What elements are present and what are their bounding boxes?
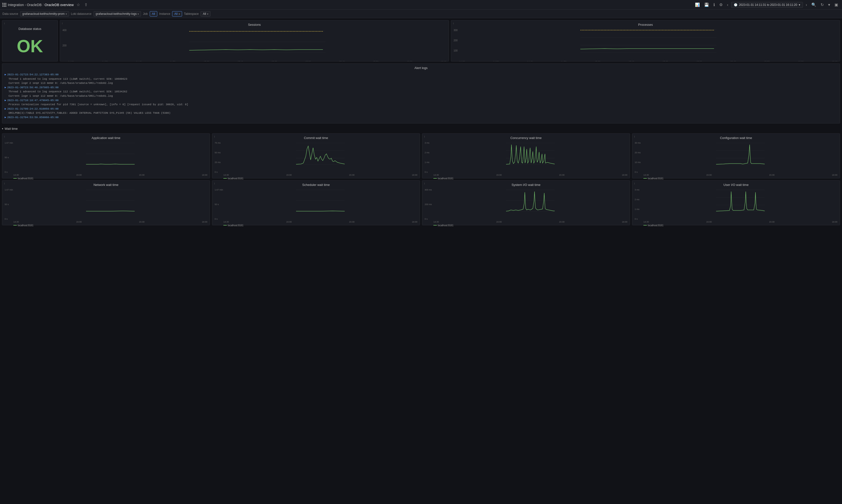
app-wait-x: 14:3015:0015:3016:00 (13, 174, 207, 176)
log-text-5: Thread 1 advanced to log sequence 112 (L… (8, 90, 127, 94)
log-expand-7[interactable]: ▶ (5, 98, 6, 103)
app-wait-info[interactable]: i (4, 135, 5, 138)
prev-btn[interactable]: ‹ (725, 2, 730, 8)
userio-wait-panel: i User I/O wait time 3 ms 2 ms 1 ms 0 s (632, 180, 840, 225)
commit-wait-label: localhost:9161 (228, 177, 244, 180)
log-text-6: Current log# 1 seq# 112 mem# 0: /u01/bas… (8, 94, 113, 98)
log-line-3: Current log# 2 seq# 113 mem# 0: /u01/bas… (5, 81, 837, 86)
scheduler-info[interactable]: i (214, 182, 215, 185)
sessions-x-12: 16:10 (441, 60, 446, 61)
instance-chip[interactable]: All ▾ (172, 11, 182, 17)
proc-y-100: 100 (453, 49, 458, 52)
alert-logs-info[interactable]: i (2, 1, 2, 4)
zoom-btn[interactable]: 🔍 (810, 1, 818, 8)
save-icon-btn[interactable]: 💾 (703, 1, 711, 8)
scheduler-label: localhost:9161 (228, 224, 244, 227)
data-source-chip[interactable]: grafanacloud-keithschmitty-prom ▾ (20, 11, 69, 17)
concurrency-title: Concurrency wait time (425, 136, 627, 140)
wait-time-section-header[interactable]: ▾ Wait time (2, 125, 840, 132)
sessions-x-4: 14:50 (170, 60, 176, 61)
sessions-y-200: 200 (62, 44, 67, 47)
conc-y2: 2 ms (425, 151, 430, 154)
log-line-9: ▶ 2023-01-31T09:24:22.010059-05:00 (5, 107, 837, 111)
main-content: i Database status OK i Sessions 400 200 (0, 18, 842, 229)
sessions-x-1: 14:20 (68, 60, 74, 61)
userio-info[interactable]: i (634, 182, 635, 185)
app-wait-chart (13, 142, 207, 166)
userio-y1: 3 ms (635, 188, 640, 191)
sessions-info[interactable]: i (62, 22, 62, 25)
sysio-title: System I/O wait time (425, 183, 627, 187)
processes-info[interactable]: i (453, 22, 453, 25)
graph-icon-btn[interactable]: 📊 (694, 1, 701, 8)
log-expand-4[interactable]: ▶ (5, 86, 6, 90)
instance-value: All (174, 12, 177, 16)
info-icon-btn[interactable]: ℹ (712, 1, 716, 8)
processes-chart (460, 29, 837, 55)
commit-wait-line (223, 178, 227, 179)
job-label: Job (143, 12, 147, 16)
log-line-5: Thread 1 advanced to log sequence 112 (L… (5, 90, 837, 94)
config-label: localhost:9161 (648, 177, 664, 180)
log-expand-11[interactable]: ▶ (5, 115, 6, 120)
app-wait-y3: 0 s (5, 171, 13, 173)
concurrency-info[interactable]: i (424, 135, 425, 138)
next-btn[interactable]: › (804, 2, 808, 8)
concurrency-chart (433, 142, 627, 166)
refresh-dropdown-btn[interactable]: ▾ (827, 1, 831, 8)
top-bar: Integration - OracleDB / OracleDB overvi… (0, 0, 842, 10)
log-expand-9[interactable]: ▶ (5, 107, 6, 111)
app-wait-y1: 1.67 min (5, 142, 13, 144)
log-line-4: ▶ 2023-01-30T23:58:46.297865-05:00 (5, 86, 837, 90)
net-y3: 0 s (5, 218, 13, 220)
refresh-btn[interactable]: ↻ (819, 1, 825, 8)
loki-datasource-chip[interactable]: grafanacloud-keithschmitty-logs ▾ (94, 11, 141, 17)
filter-bar: Data source grafanacloud-keithschmitty-p… (0, 10, 842, 18)
commit-wait-info[interactable]: i (214, 135, 215, 138)
share-button[interactable]: ⇧ (83, 1, 89, 8)
settings-icon-btn[interactable]: ⚙ (718, 1, 724, 8)
db-status-panel: i Database status OK (2, 20, 58, 61)
sessions-x-6: 15:10 (238, 60, 243, 61)
processes-x-axis: 14:20 14:30 14:40 14:50 15:00 15:10 15:2… (460, 60, 837, 61)
grid-icon[interactable] (2, 3, 6, 7)
sessions-x-5: 15:00 (204, 60, 209, 61)
star-button[interactable]: ☆ (75, 1, 82, 8)
instance-chevron: ▾ (179, 13, 180, 15)
wait-panels-row1: i Application wait time 1.67 min 50 s 0 … (2, 133, 840, 178)
userio-label: localhost:9161 (648, 224, 664, 227)
tablespace-chip[interactable]: All ▾ (200, 11, 210, 17)
sysio-info[interactable]: i (424, 182, 425, 185)
db-status-info[interactable]: i (4, 22, 5, 25)
sched-y2: 50 s (215, 203, 223, 205)
app-wait-legend-item: localhost:9161 (13, 177, 34, 180)
log-line-6: Current log# 1 seq# 112 mem# 0: /u01/bas… (5, 94, 837, 98)
log-line-1: ▶ 2023-01-31T15:54:22.127383-05:00 (5, 73, 837, 77)
userio-line (643, 225, 647, 226)
clock-icon: 🕐 (734, 3, 737, 6)
time-range-btn[interactable]: 🕐 2023-01-31 14:11:31 to 2023-01-31 16:1… (731, 2, 803, 8)
config-info[interactable]: i (634, 135, 635, 138)
top-bar-actions: 📊 💾 ℹ ⚙ ‹ 🕐 2023-01-31 14:11:31 to 2023-… (694, 1, 840, 8)
commit-wait-legend: localhost:9161 (223, 177, 417, 180)
userio-legend: localhost:9161 (643, 224, 837, 227)
network-info[interactable]: i (4, 182, 5, 185)
log-expand-1[interactable]: ▶ (5, 73, 6, 77)
loki-datasource-label: Loki datasource (71, 12, 92, 16)
breadcrumb-sep: / (42, 3, 43, 7)
log-ts-1: 2023-01-31T15:54:22.127383-05:00 (7, 73, 58, 77)
scheduler-chart (223, 188, 417, 213)
log-line-10: ORCLPDB(3):TABLE SYS.ACTIVITY_TABLES: AD… (5, 111, 837, 115)
sysio-x: 14:3015:0015:3016:00 (433, 221, 627, 223)
net-y2: 50 s (5, 203, 13, 205)
dashboard-title: OracleDB overview (44, 3, 74, 7)
instance-label: Instance (159, 12, 170, 16)
log-line-2: Thread 1 advanced to log sequence 113 (L… (5, 77, 837, 82)
integration-label[interactable]: Integration - OracleDB (8, 3, 41, 7)
tv-btn[interactable]: ▣ (833, 1, 840, 8)
commit-y1: 75 ms (215, 142, 221, 144)
log-text-2: Thread 1 advanced to log sequence 113 (L… (8, 77, 127, 82)
userio-legend-item: localhost:9161 (643, 224, 664, 227)
config-y3: 10 ms (635, 161, 641, 164)
job-chip[interactable]: All (150, 11, 157, 17)
